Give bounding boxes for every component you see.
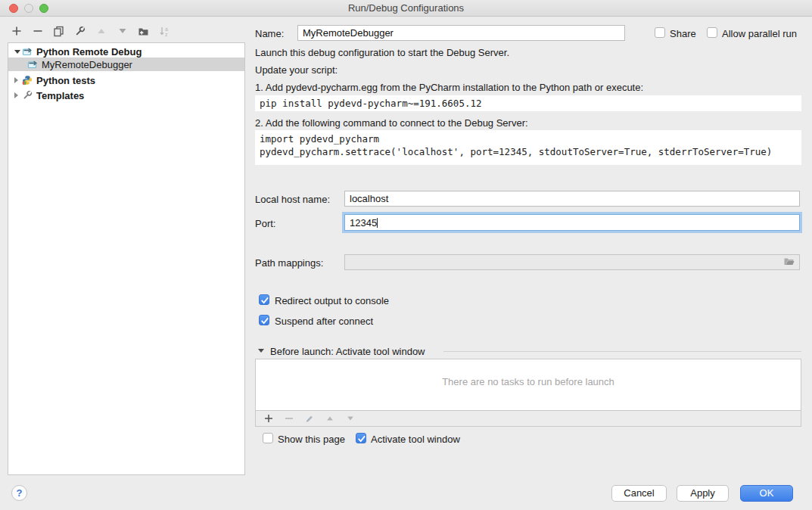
- svg-text:a: a: [165, 26, 168, 32]
- activate-tool-window-checkbox[interactable]: [356, 433, 366, 443]
- path-mappings-label: Path mappings:: [255, 257, 323, 269]
- port-input-value: 12345: [350, 217, 377, 229]
- task-list-toolbar: [255, 411, 801, 427]
- sort-alphabetically-icon: az: [159, 26, 170, 37]
- tree-item-label: Python tests: [36, 75, 95, 86]
- show-this-page-label: Show this page: [278, 434, 345, 445]
- instruction-line-1: Launch this debug configuration to start…: [255, 47, 509, 58]
- suspend-after-connect-checkbox[interactable]: [259, 315, 269, 325]
- tree-item-label: Templates: [36, 90, 84, 101]
- tree-item-python-remote-debug[interactable]: Python Remote Debug: [8, 45, 244, 58]
- redirect-output-checkbox[interactable]: [259, 294, 269, 305]
- copy-configuration-icon[interactable]: [53, 26, 64, 37]
- svg-text:z: z: [165, 32, 168, 37]
- activate-tool-window-label: Activate tool window: [371, 434, 460, 445]
- allow-parallel-run-label: Allow parallel run: [722, 28, 797, 39]
- port-label: Port:: [255, 218, 275, 229]
- share-checkbox[interactable]: [655, 27, 665, 38]
- instruction-step-1: 1. Add pydevd-pycharm.egg from the PyCha…: [255, 82, 643, 93]
- move-task-up-icon: [324, 413, 335, 424]
- window-titlebar: Run/Debug Configurations: [0, 0, 812, 17]
- move-up-icon: [95, 26, 107, 37]
- ok-button[interactable]: OK: [740, 485, 793, 502]
- redirect-output-label: Redirect output to console: [275, 295, 389, 306]
- browse-folder-icon[interactable]: [783, 257, 795, 270]
- path-mappings-input[interactable]: [344, 254, 800, 270]
- instruction-step-2: 2. Add the following command to connect …: [255, 117, 528, 129]
- settrace-code-line-1: import pydevd_pycharm: [260, 132, 801, 145]
- tree-item-templates[interactable]: Templates: [8, 89, 244, 102]
- tree-item-label: Python Remote Debug: [36, 46, 142, 58]
- edit-templates-icon[interactable]: [74, 26, 86, 37]
- name-input[interactable]: MyRemoteDebugger: [297, 25, 625, 41]
- chevron-right-icon[interactable]: [14, 92, 22, 98]
- wrench-icon: [22, 90, 33, 101]
- move-down-icon[interactable]: [117, 26, 128, 37]
- empty-task-list-text: There are no tasks to run before launch: [256, 376, 801, 387]
- share-checkbox-label: Share: [670, 28, 696, 39]
- apply-button[interactable]: Apply: [677, 485, 729, 502]
- section-divider: [443, 351, 801, 352]
- cancel-button[interactable]: Cancel: [611, 485, 667, 502]
- python-tests-icon: [22, 75, 33, 86]
- name-label: Name:: [255, 28, 284, 39]
- text-caret: [377, 218, 378, 228]
- add-configuration-icon[interactable]: [11, 26, 22, 37]
- remote-debug-config-icon: [27, 59, 39, 70]
- instruction-line-2: Update your script:: [255, 64, 338, 76]
- settrace-code: import pydevd_pycharm pydevd_pycharm.set…: [255, 130, 801, 165]
- edit-task-icon: [303, 413, 315, 424]
- configurations-toolbar: az: [11, 23, 170, 39]
- suspend-after-connect-label: Suspend after connect: [275, 316, 373, 327]
- tree-item-python-tests[interactable]: Python tests: [8, 73, 244, 87]
- collapse-section-icon[interactable]: [258, 349, 264, 353]
- local-host-name-input[interactable]: localhost: [344, 191, 800, 207]
- configurations-tree: Python Remote Debug MyRemoteDebugger Pyt…: [8, 42, 245, 475]
- settrace-code-line-2: pydevd_pycharm.settrace('localhost', por…: [260, 145, 801, 158]
- run-debug-configurations-dialog: Run/Debug Configurations az: [0, 0, 812, 510]
- port-input[interactable]: 12345: [344, 214, 800, 231]
- remote-debug-config-icon: [22, 46, 33, 58]
- chevron-right-icon[interactable]: [14, 77, 22, 83]
- add-task-icon[interactable]: [263, 413, 274, 424]
- tree-item-label: MyRemoteDebugger: [42, 59, 132, 70]
- pip-install-code: pip install pydevd-pycharm~=191.6605.12: [255, 95, 801, 111]
- tree-item-myremotedebugger[interactable]: MyRemoteDebugger: [8, 58, 244, 71]
- move-task-down-icon: [344, 413, 356, 424]
- window-title: Run/Debug Configurations: [0, 2, 812, 14]
- before-launch-task-list[interactable]: There are no tasks to run before launch: [255, 359, 801, 411]
- allow-parallel-run-checkbox[interactable]: [707, 27, 717, 38]
- remove-configuration-icon[interactable]: [32, 26, 43, 37]
- show-this-page-checkbox[interactable]: [263, 433, 273, 443]
- remove-task-icon: [283, 413, 294, 424]
- new-folder-icon[interactable]: [138, 26, 149, 37]
- help-button[interactable]: ?: [11, 485, 27, 501]
- chevron-down-icon[interactable]: [14, 50, 22, 54]
- local-host-name-label: Local host name:: [255, 194, 330, 205]
- before-launch-header: Before launch: Activate tool window: [270, 346, 425, 357]
